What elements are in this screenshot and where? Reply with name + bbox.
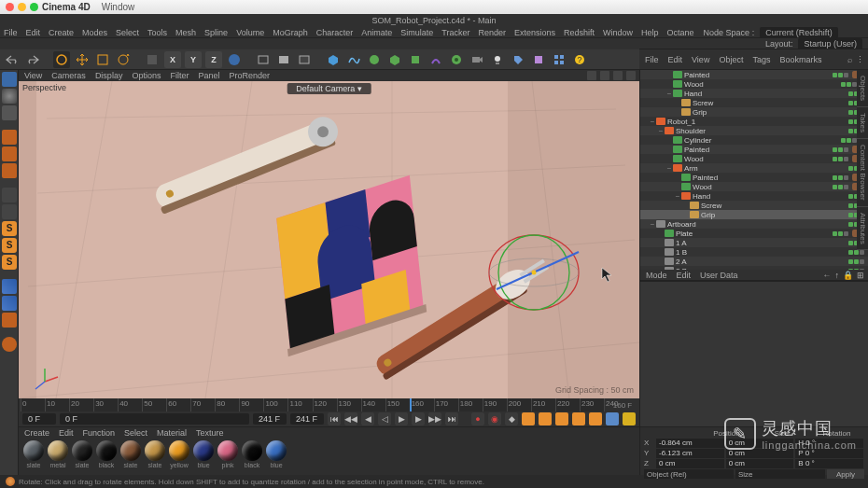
vpmenu-options[interactable]: Options (132, 71, 161, 80)
menu-help[interactable]: Help (641, 28, 659, 37)
coord-y-pos[interactable]: -6.123 cm (656, 449, 724, 458)
step-fwd-icon[interactable]: ▶▶ (428, 412, 441, 425)
tree-row-screw[interactable]: Screw (640, 98, 868, 107)
material-5[interactable]: slate (144, 440, 166, 474)
undo-icon[interactable] (4, 51, 21, 68)
frame-start-field[interactable]: 0 F (22, 413, 56, 425)
tree-row-robot_1[interactable]: −Robot_1 (640, 117, 868, 126)
matmenu-create[interactable]: Create (24, 428, 49, 438)
sound-icon[interactable] (623, 412, 636, 425)
menu-create[interactable]: Create (49, 28, 74, 37)
menu-mesh[interactable]: Mesh (175, 28, 196, 37)
object-manager[interactable]: PaintedWood−HandScrewGrip−Robot_1−Should… (640, 70, 868, 270)
coord-x-rot[interactable]: H 0 ° (795, 439, 863, 448)
generator2-icon[interactable] (386, 51, 403, 68)
key-scale-icon[interactable] (539, 412, 552, 425)
sidetab-takes[interactable]: Takes (857, 107, 868, 139)
play-back-icon[interactable]: ◁ (378, 412, 391, 425)
x-axis-icon[interactable]: X (164, 51, 181, 68)
material-3[interactable]: black (95, 440, 118, 474)
vp-nav-1-icon[interactable] (587, 71, 596, 80)
prev-frame-icon[interactable]: ◀ (361, 412, 374, 425)
coord-y-rot[interactable]: P 0 ° (795, 449, 863, 458)
history-icon[interactable] (144, 51, 161, 68)
menu-render[interactable]: Render (478, 28, 506, 37)
menu-animate[interactable]: Animate (361, 28, 392, 37)
menu-redshift[interactable]: Redshift (564, 28, 595, 37)
vp-nav-4-icon[interactable] (626, 71, 636, 80)
material-1[interactable]: metal (47, 440, 69, 474)
keyframe-sel-icon[interactable]: ◆ (505, 412, 518, 425)
environment-icon[interactable] (448, 51, 465, 68)
menu-simulate[interactable]: Simulate (400, 28, 433, 37)
menu-edit[interactable]: Edit (26, 28, 41, 37)
snap-icon-1[interactable]: S (2, 221, 17, 236)
tree-row-1-a[interactable]: 1 A (640, 238, 868, 247)
loop-icon[interactable] (606, 412, 619, 425)
spline-icon[interactable] (345, 51, 362, 68)
viewport[interactable]: Perspective Default Camera ▾ Grid Spacin… (19, 81, 639, 398)
tree-row-wood[interactable]: Wood (640, 79, 868, 89)
matmenu-function[interactable]: Function (83, 428, 116, 438)
material-4[interactable]: slate (119, 440, 142, 474)
key-rot-icon[interactable] (555, 412, 568, 425)
timeline-playhead[interactable] (410, 398, 412, 411)
matmenu-texture[interactable]: Texture (196, 428, 224, 438)
timeline[interactable]: 0102030405060708090100110120130140150160… (19, 398, 639, 411)
vpmenu-filter[interactable]: Filter (170, 71, 189, 80)
objtab-bookmarks[interactable]: Bookmarks (779, 55, 821, 64)
cube-primitive-icon[interactable] (325, 51, 342, 68)
material-0[interactable]: slate (22, 440, 45, 474)
attr-up-icon[interactable]: ↑ (835, 271, 840, 280)
material-8[interactable]: pink (217, 440, 239, 474)
layout-dropdown[interactable]: Startup (User) (798, 38, 862, 49)
tree-row-hand[interactable]: −Hand (640, 191, 868, 201)
field-icon[interactable] (407, 51, 424, 68)
coord-z-pos[interactable]: 0 cm (656, 459, 724, 468)
tree-row-shoulder[interactable]: −Shoulder (640, 126, 868, 135)
volume-icon[interactable] (530, 51, 547, 68)
panel-search-icon[interactable]: ⌕ (847, 55, 852, 64)
tree-row-hand[interactable]: −Hand (640, 89, 868, 98)
attrtab-edit[interactable]: Edit (677, 271, 692, 280)
y-axis-icon[interactable]: Y (185, 51, 202, 68)
coord-x-pos[interactable]: -0.864 cm (656, 439, 724, 448)
goto-end-icon[interactable]: ⏭ (445, 412, 458, 425)
menu-character[interactable]: Character (316, 28, 354, 37)
key-pos-icon[interactable] (522, 412, 535, 425)
preview-start-field[interactable]: 241 F (253, 413, 287, 425)
workplane-z-icon[interactable] (2, 313, 17, 328)
help-icon[interactable]: ? (571, 51, 588, 68)
tree-row-painted[interactable]: Painted (640, 173, 868, 182)
objtab-tags[interactable]: Tags (752, 55, 770, 64)
polygon-mode-icon[interactable] (2, 163, 17, 178)
render-icon[interactable] (275, 51, 292, 68)
key-param-icon[interactable] (572, 412, 585, 425)
tree-row-cylinder[interactable]: Cylinder (640, 135, 868, 145)
tree-row-painted[interactable]: Painted (640, 70, 868, 79)
tree-row-1-b[interactable]: 1 B (640, 247, 868, 257)
menu-spline[interactable]: Spline (204, 28, 228, 37)
attrtab-mode[interactable]: Mode (646, 271, 667, 280)
tree-row-2-a[interactable]: 2 A (640, 257, 868, 266)
attribute-manager[interactable] (640, 281, 868, 426)
frame-range-field[interactable]: 0 F (60, 413, 249, 425)
coords-size-dropdown[interactable]: Size (735, 469, 825, 479)
tag-icon[interactable] (510, 51, 526, 68)
panel-filter-icon[interactable]: ⋮ (856, 55, 864, 64)
coord-z-rot[interactable]: B 0 ° (795, 459, 863, 468)
snap-icon-3[interactable]: S (2, 255, 17, 270)
deformer-icon[interactable] (427, 51, 444, 68)
coord-z-size[interactable]: 0 cm (726, 459, 794, 468)
attr-new-icon[interactable]: ⊞ (857, 271, 864, 280)
vp-nav-3-icon[interactable] (613, 71, 623, 80)
camera-icon[interactable] (469, 51, 485, 68)
tree-row-grip[interactable]: Grip (640, 107, 868, 117)
mac-close[interactable] (6, 3, 14, 11)
menu-mograph[interactable]: MoGraph (273, 28, 308, 37)
matmenu-select[interactable]: Select (124, 428, 147, 438)
coords-apply-button[interactable]: Apply (827, 469, 864, 479)
vpmenu-panel[interactable]: Panel (198, 71, 219, 80)
render-settings-icon[interactable] (296, 51, 313, 68)
attrtab-user-data[interactable]: User Data (700, 271, 738, 280)
